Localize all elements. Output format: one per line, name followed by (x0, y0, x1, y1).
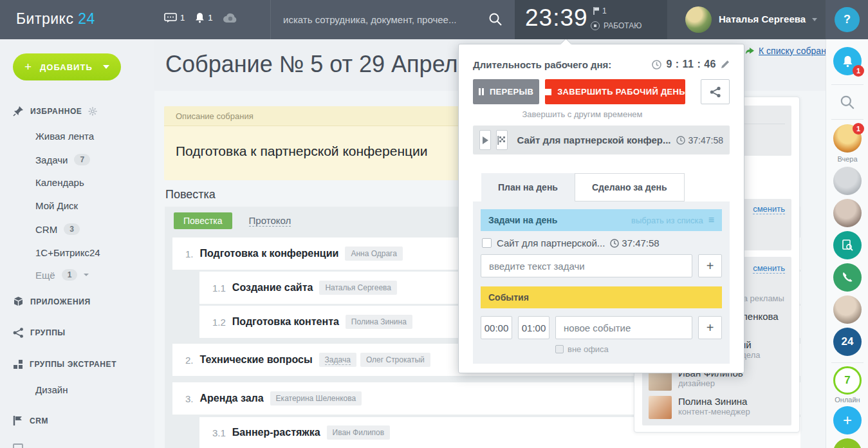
out-of-office-checkbox[interactable] (555, 345, 564, 353)
member-name[interactable]: Полина Зинина (678, 396, 750, 407)
tab-plan-for-day[interactable]: План на день (481, 173, 575, 201)
help-button[interactable]: ? (835, 7, 860, 32)
chat-contact-marta[interactable]: 1 (833, 124, 862, 153)
responsible-badge[interactable]: Анна Одрага (345, 247, 402, 261)
sidebar-item-1c-bitrix24[interactable]: 1С+Битрикс24 (35, 247, 100, 258)
event-end-time-input[interactable] (518, 316, 549, 339)
tab-agenda[interactable]: Повестка (174, 212, 232, 229)
break-button[interactable]: ПЕРЕРЫВ (473, 79, 539, 104)
telephony-button[interactable] (833, 438, 862, 448)
call-contact-button[interactable] (833, 263, 862, 292)
item-number: 2. (185, 355, 194, 366)
flag-icon (593, 7, 600, 15)
member-row[interactable]: Полина Зинина контент-менеджер (642, 393, 791, 422)
new-event-input[interactable] (555, 316, 692, 339)
help-label: ? (844, 13, 851, 26)
cloud-button[interactable] (223, 13, 238, 23)
item-label: Мой Диск (35, 200, 78, 211)
responsible-badge[interactable]: Олег Строкатый (360, 353, 430, 367)
divider (831, 84, 863, 85)
sidebar-section-applications[interactable]: ПРИЛОЖЕНИЯ (13, 296, 91, 307)
plus-icon: + (24, 60, 32, 74)
favorites-label: ИЗБРАННОЕ (30, 107, 82, 116)
current-task-title[interactable]: Сайт для партнерской конфер... (517, 135, 670, 145)
change-members-link[interactable]: сменить (753, 263, 785, 274)
pin-icon (13, 106, 24, 117)
invite-users-button[interactable]: + (833, 406, 862, 434)
item-title: Создание сайта (232, 282, 313, 294)
chevron-down-icon (812, 18, 817, 21)
messenger-button[interactable]: 1 (164, 13, 185, 23)
share-button[interactable] (701, 79, 730, 104)
sidebar-item-calendar[interactable]: Календарь (35, 177, 84, 188)
document-search-button[interactable] (833, 231, 862, 259)
responsible-badge[interactable]: Екатерина Шеленкова (270, 391, 362, 406)
sidebar-item-my-disk[interactable]: Мой Диск (35, 200, 78, 211)
add-event-button[interactable]: + (698, 316, 722, 339)
plan-tab-panel: Задачи на день выбрать из списка ≡ Сайт … (473, 201, 730, 364)
online-users-button[interactable]: 7 (833, 366, 862, 395)
duration-value: 9 : 11 : 46 (666, 59, 716, 70)
member-role: дизайнер (678, 378, 743, 388)
worktime-clock-button[interactable]: 23:39 1 РАБОТАЮ (515, 0, 667, 39)
search-icon[interactable] (488, 12, 503, 30)
app-logo[interactable]: Битрикс 24 (16, 10, 95, 28)
user-avatar[interactable] (685, 6, 712, 33)
play-task-button[interactable] (479, 130, 491, 150)
responsible-badge[interactable]: Иван Филипов (327, 425, 391, 440)
add-task-button[interactable]: + (698, 254, 722, 277)
tab-done-for-day[interactable]: Сделано за день (575, 173, 685, 201)
bitrix24-network-button[interactable]: 24 (833, 328, 862, 356)
online-label: Онлайн (826, 396, 868, 404)
left-sidebar: + ДОБАВИТЬ ИЗБРАННОЕ Живая лента Задачи7… (0, 39, 154, 448)
task-label[interactable]: Сайт для партнерской... (497, 238, 605, 248)
sidebar-section-extranet-groups[interactable]: ГРУППЫ ЭКСТРАНЕТ (13, 359, 116, 369)
notifications-bell-button[interactable]: 1 (833, 47, 862, 75)
chat-contact-avatar[interactable] (833, 167, 862, 195)
back-to-meetings-link[interactable]: К списку собраний (745, 46, 836, 56)
chat-badge: 1 (853, 123, 864, 135)
finish-workday-button[interactable]: ЗАВЕРШИТЬ РАБОЧИЙ ДЕНЬ (545, 79, 685, 104)
change-secretary-link[interactable]: сменить (753, 204, 785, 214)
bell-badge: 1 (853, 65, 864, 77)
item-title: Подготовка к конференции (200, 248, 339, 259)
rail-search-button[interactable] (833, 88, 862, 117)
gear-icon[interactable] (88, 107, 97, 116)
new-task-input[interactable] (481, 254, 692, 277)
menu-icon: ≡ (708, 214, 714, 226)
sidebar-item-live-feed[interactable]: Живая лента (35, 131, 94, 142)
sidebar-section-crm[interactable]: CRM (13, 416, 48, 425)
item-title: Аренда зала (200, 393, 264, 404)
choose-from-list-link[interactable]: выбрать из списка ≡ (631, 214, 714, 226)
extranet-blocks-icon (13, 359, 23, 369)
sidebar-item-more[interactable]: Ещё1 (35, 269, 89, 281)
responsible-badge[interactable]: Полина Зинина (346, 315, 412, 329)
stop-icon (545, 89, 551, 95)
sidebar-item-tasks[interactable]: Задачи7 (35, 154, 90, 165)
notifications-button[interactable]: 1 (195, 12, 212, 23)
edit-pencil-icon[interactable] (721, 60, 730, 69)
crm-flag-icon (13, 416, 23, 425)
chevron-down-icon (103, 65, 109, 69)
chat-contact-avatar[interactable] (833, 199, 862, 227)
task-link-badge[interactable]: Задача (319, 353, 356, 367)
working-status-label: РАБОТАЮ (604, 21, 642, 30)
responsible-badge[interactable]: Наталья Сергеева (319, 281, 397, 295)
sidebar-section-partial[interactable] (13, 443, 23, 448)
sidebar-item-crm[interactable]: CRM3 (35, 223, 80, 235)
chat-contact-avatar[interactable] (833, 295, 862, 324)
tab-protocol[interactable]: Протокол (249, 215, 291, 227)
global-search[interactable]: искать сотрудника, документ, прочее... (270, 0, 515, 39)
sidebar-item-design-group[interactable]: Дизайн (35, 384, 68, 395)
sidebar-section-groups[interactable]: ГРУППЫ (13, 328, 66, 338)
user-menu[interactable]: Наталья Сергеева (667, 0, 826, 39)
current-task-time: 37:47:58 (688, 135, 724, 145)
task-checkbox[interactable] (482, 238, 492, 248)
crm-counter-badge: 3 (64, 223, 80, 235)
finish-task-button[interactable] (496, 130, 508, 150)
finish-other-time-link[interactable]: Завершить с другим временем (473, 109, 692, 119)
add-button[interactable]: + ДОБАВИТЬ (13, 53, 121, 80)
clock-icon (676, 136, 685, 145)
event-start-time-input[interactable] (481, 316, 512, 339)
sidebar-section-favorites[interactable]: ИЗБРАННОЕ (13, 106, 97, 117)
